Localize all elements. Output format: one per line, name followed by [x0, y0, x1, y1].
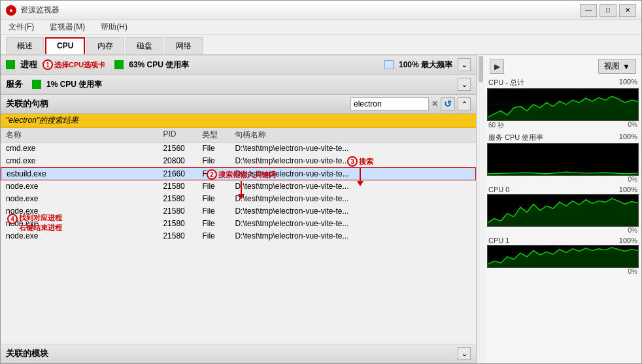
cpu1-chart-section: CPU 1 100% 0%: [487, 237, 639, 275]
services-label: 服务: [6, 78, 23, 90]
table-row[interactable]: node.exe 21580 File D:\test\tmp\electron…: [1, 218, 476, 230]
row-type: File: [203, 169, 235, 178]
row-name: cmd.exe: [6, 144, 163, 153]
row-path: D:\test\tmp\electron-vue-vite-te...: [235, 144, 471, 153]
table-row[interactable]: node.exe 21580 File D:\test\tmp\electron…: [1, 180, 476, 193]
search-result-text: "electron"的搜索结果: [6, 116, 78, 125]
row-path: D:\test\tmp\electron-vue-vite-te...: [235, 194, 471, 203]
tab-overview[interactable]: 概述: [6, 37, 44, 54]
services-cpu-chart-section: 服务 CPU 使用率 100% 0%: [487, 133, 639, 183]
processes-expand-btn[interactable]: ⌄: [458, 58, 471, 71]
search-result-banner: "electron"的搜索结果: [1, 114, 476, 128]
handles-expand-btn[interactable]: ⌃: [458, 97, 471, 110]
row-name: node.exe: [6, 194, 163, 203]
services-cpu-chart-bottom: 0%: [487, 176, 639, 183]
svg-marker-3: [488, 172, 638, 175]
right-expand-button[interactable]: ▶: [490, 59, 504, 74]
modules-section-header: 关联的模块 ⌄: [1, 344, 476, 363]
row-pid: 21580: [163, 207, 202, 216]
cpu1-chart-bottom: 0%: [487, 268, 639, 275]
table-row[interactable]: node.exe 21580 File D:\test\tmp\electron…: [1, 193, 476, 205]
row-pid: 21660: [163, 169, 203, 178]
row-type: File: [202, 194, 235, 203]
cpu-usage-badge: [114, 60, 124, 69]
services-expand-btn[interactable]: ⌄: [458, 78, 471, 91]
row-pid: 21580: [163, 219, 202, 228]
services-cpu-usage: 1% CPU 使用率: [46, 79, 102, 90]
row-type: File: [202, 144, 235, 153]
row-pid: 21560: [163, 144, 202, 153]
row-pid: 20800: [163, 156, 202, 165]
row-type: File: [202, 219, 235, 228]
table-header: 名称 PID 类型 句柄名称: [1, 128, 476, 142]
left-scrollbar[interactable]: [477, 55, 484, 363]
row-name: node.exe: [6, 231, 163, 240]
cpu-badge-green: [6, 60, 15, 69]
processes-section-header: 进程 1 选择CPU选项卡 63% CPU 使用率 100% 最大频率 ⌄: [1, 55, 476, 74]
col-header-pid: PID: [163, 129, 202, 141]
window-controls: — □ ✕: [580, 4, 636, 17]
close-button[interactable]: ✕: [619, 4, 636, 17]
tab-memory[interactable]: 内存: [86, 37, 124, 54]
handles-label: 关联的句柄: [6, 98, 48, 110]
cpu0-chart-label: CPU 0 100%: [487, 186, 639, 193]
row-type: File: [202, 207, 235, 216]
view-button[interactable]: 视图 ▼: [598, 59, 636, 74]
handles-section-header: 关联的句柄 ✕ ↺ ⌃: [1, 94, 476, 114]
table-row[interactable]: esbuild.exe 21660 File D:\test\tmp\elect…: [1, 167, 476, 180]
row-type: File: [202, 156, 235, 165]
cpu0-chart: [487, 194, 639, 227]
col-header-path: 句柄名称: [235, 129, 471, 141]
cpu-total-chart-section: CPU - 总计 100% 60 秒 0%: [487, 78, 639, 130]
tab-network[interactable]: 网络: [165, 37, 203, 54]
row-type: File: [202, 231, 235, 240]
menu-bar: 文件(F) 监视器(M) 帮助(H): [1, 20, 641, 35]
tab-disk[interactable]: 磁盘: [126, 37, 163, 54]
cpu1-chart: [487, 245, 639, 268]
window-title: 资源监视器: [20, 5, 59, 16]
row-name: node.exe: [6, 219, 163, 228]
table-row[interactable]: cmd.exe 20800 File D:\test\tmp\electron-…: [1, 155, 476, 167]
table-row[interactable]: node.exe 21580 File D:\test\tmp\electron…: [1, 230, 476, 242]
tab-cpu[interactable]: CPU: [45, 37, 85, 54]
row-path: D:\test\tmp\electron-vue-vite-te...: [235, 231, 471, 240]
row-name: cmd.exe: [6, 156, 163, 165]
services-section-header: 服务 1% CPU 使用率 ⌄: [1, 74, 476, 94]
svg-marker-0: [488, 97, 638, 120]
table-body: cmd.exe 21560 File D:\test\tmp\electron-…: [1, 142, 476, 344]
col-header-type: 类型: [202, 129, 235, 141]
row-path: D:\test\tmp\electron-vue-vite-te...: [235, 219, 471, 228]
row-type: File: [202, 182, 235, 191]
search-clear-button[interactable]: ✕: [431, 99, 438, 108]
cpu-total-chart-bottom: 60 秒 0%: [487, 121, 639, 130]
row-path: D:\test\tmp\electron-vue-vite-te...: [235, 156, 471, 165]
minimize-button[interactable]: —: [580, 4, 597, 17]
row-path: D:\test\tmp\electron-vue-vite-te...: [235, 207, 471, 216]
menu-monitor[interactable]: 监视器(M): [47, 21, 88, 33]
menu-help[interactable]: 帮助(H): [98, 21, 130, 33]
tab-bar: 概述 CPU 内存 磁盘 网络: [1, 35, 641, 55]
cpu-total-chart: [487, 88, 639, 121]
row-pid: 21580: [163, 182, 202, 191]
modules-label: 关联的模块: [6, 348, 48, 359]
modules-expand-btn[interactable]: ⌄: [458, 347, 471, 360]
maximize-button[interactable]: □: [600, 4, 617, 17]
menu-file[interactable]: 文件(F): [6, 21, 37, 33]
table-row[interactable]: node.exe 21580 File D:\test\tmp\electron…: [1, 205, 476, 218]
view-label: 视图: [604, 61, 620, 72]
row-path: D:\test\tmp\electron-vue-vite-te...: [235, 169, 470, 178]
services-cpu-chart-label: 服务 CPU 使用率 100%: [487, 133, 639, 142]
search-input[interactable]: [350, 97, 429, 110]
search-go-button[interactable]: ↺: [441, 97, 455, 110]
row-name: node.exe: [6, 207, 163, 216]
view-dropdown-icon: ▼: [622, 62, 630, 71]
svg-marker-4: [488, 199, 638, 226]
annotation-1: 1 选择CPU选项卡: [42, 59, 105, 70]
processes-max-freq: 100% 最大频率: [399, 59, 452, 71]
handles-section: 关联的句柄 ✕ ↺ ⌃ "electron"的搜索结果: [1, 94, 476, 344]
row-name: node.exe: [6, 182, 163, 191]
table-row[interactable]: cmd.exe 21560 File D:\test\tmp\electron-…: [1, 142, 476, 155]
row-name: esbuild.exe: [7, 169, 163, 178]
cpu-total-chart-label: CPU - 总计 100%: [487, 78, 639, 88]
processes-label: 进程: [20, 59, 37, 71]
